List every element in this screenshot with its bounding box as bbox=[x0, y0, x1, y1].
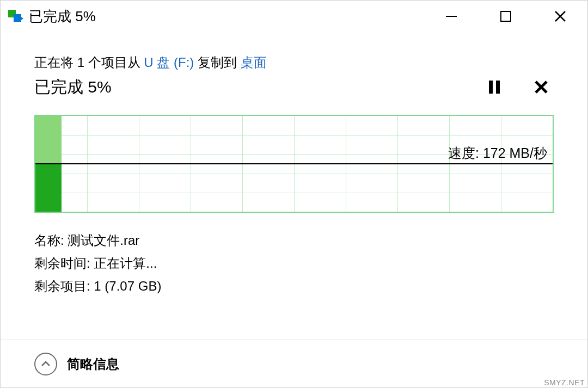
svg-rect-1 bbox=[501, 11, 511, 21]
time-remaining-row: 剩余时间: 正在计算... bbox=[34, 252, 554, 275]
progress-label: 已完成 5% bbox=[34, 76, 460, 98]
maximize-button[interactable] bbox=[479, 1, 533, 32]
speed-chart: 速度: 172 MB/秒 bbox=[34, 115, 554, 213]
speed-label: 速度: 172 MB/秒 bbox=[448, 144, 547, 162]
copy-prefix: 正在将 1 个项目从 bbox=[34, 55, 144, 70]
items-value: 1 (7.07 GB) bbox=[94, 279, 161, 293]
pause-icon bbox=[488, 79, 501, 95]
cancel-button[interactable] bbox=[529, 75, 554, 100]
progress-row: 已完成 5% bbox=[34, 75, 554, 100]
chart-bar-lower bbox=[35, 164, 62, 212]
titlebar: 已完成 5% bbox=[1, 1, 587, 32]
time-value: 正在计算... bbox=[94, 256, 157, 270]
dest-link[interactable]: 桌面 bbox=[241, 55, 267, 70]
window-title: 已完成 5% bbox=[29, 7, 96, 26]
dialog-footer: 简略信息 bbox=[1, 340, 587, 387]
file-name-row: 名称: 测试文件.rar bbox=[34, 229, 554, 252]
watermark: SMYZ.NET bbox=[544, 378, 585, 387]
time-label: 剩余时间: bbox=[34, 256, 94, 270]
details-section: 名称: 测试文件.rar 剩余时间: 正在计算... 剩余项目: 1 (7.07… bbox=[34, 229, 554, 298]
dialog-body: 正在将 1 个项目从 U 盘 (F:) 复制到 桌面 已完成 5% 速度: 17… bbox=[1, 32, 587, 340]
svg-rect-5 bbox=[496, 81, 500, 94]
brief-info-label: 简略信息 bbox=[67, 355, 119, 373]
name-label: 名称: bbox=[34, 233, 68, 248]
name-value: 测试文件.rar bbox=[68, 233, 139, 248]
source-link[interactable]: U 盘 (F:) bbox=[144, 55, 194, 70]
chart-bar-upper bbox=[35, 116, 62, 164]
pause-button[interactable] bbox=[482, 75, 507, 100]
items-remaining-row: 剩余项目: 1 (7.07 GB) bbox=[34, 275, 554, 298]
items-label: 剩余项目: bbox=[34, 279, 94, 293]
chart-divider bbox=[35, 163, 553, 164]
brief-info-toggle[interactable]: 简略信息 bbox=[34, 353, 119, 375]
svg-rect-4 bbox=[489, 81, 493, 94]
chevron-up-icon bbox=[34, 353, 57, 375]
close-button[interactable] bbox=[533, 1, 587, 32]
window-controls bbox=[424, 1, 587, 32]
copy-middle: 复制到 bbox=[194, 55, 240, 70]
cancel-icon bbox=[534, 79, 549, 95]
copy-icon bbox=[8, 9, 23, 24]
minimize-button[interactable] bbox=[424, 1, 479, 32]
copy-dialog-window: 已完成 5% 正在将 1 个项目从 U 盘 (F:) 复制到 桌面 已完成 5% bbox=[0, 0, 588, 388]
copy-description: 正在将 1 个项目从 U 盘 (F:) 复制到 桌面 bbox=[34, 54, 554, 71]
